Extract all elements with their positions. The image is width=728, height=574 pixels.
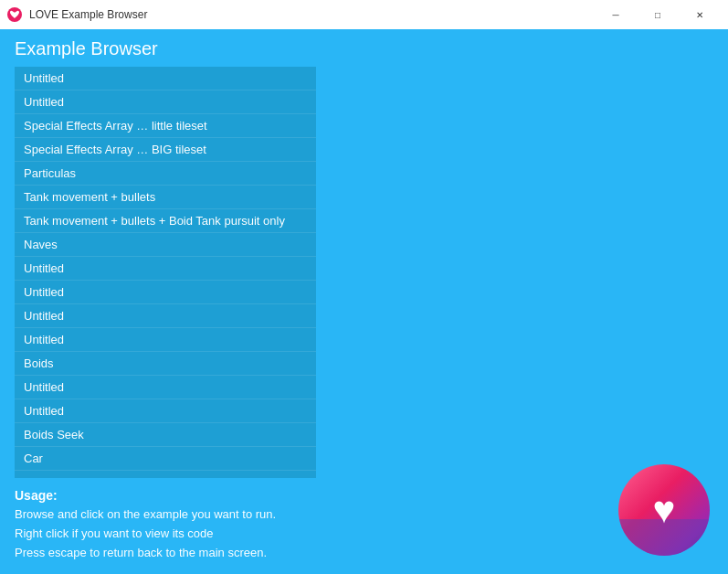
list-item[interactable]: Naves <box>15 233 316 257</box>
list-item[interactable]: Untitled <box>15 67 316 90</box>
list-item[interactable]: Untitled <box>15 328 316 352</box>
list-item[interactable]: Special Effects Array … little tileset <box>15 114 316 138</box>
list-item[interactable]: Boids Seek <box>15 423 316 447</box>
maximize-button[interactable]: □ <box>637 0 679 29</box>
example-list[interactable]: UntitledUntitledSpecial Effects Array … … <box>15 67 316 478</box>
usage-section: Usage: Browse and click on the example y… <box>15 485 713 563</box>
page-title: Example Browser <box>15 38 713 59</box>
titlebar-left: LOVE Example Browser <box>7 7 147 22</box>
heart-icon: ♥ <box>653 491 676 529</box>
usage-line2: Right click if you want to view its code <box>15 525 713 544</box>
list-item[interactable]: Untitled <box>15 376 316 399</box>
list-item[interactable]: Boids <box>15 352 316 376</box>
list-item[interactable]: Tank movement + bullets + Boid Tank purs… <box>15 209 316 233</box>
love-icon <box>7 7 22 22</box>
titlebar-title: LOVE Example Browser <box>29 8 147 21</box>
love-logo: ♥ <box>618 464 710 556</box>
minimize-button[interactable]: ─ <box>595 0 637 29</box>
list-item[interactable]: Tank movement + bullets <box>15 186 316 209</box>
list-item[interactable]: Special Effects Array … BIG tileset <box>15 138 316 162</box>
list-item[interactable]: Particulas <box>15 162 316 186</box>
list-item[interactable]: Car Pursuit by Boid <box>15 471 316 478</box>
list-item[interactable]: Untitled <box>15 304 316 328</box>
usage-title: Usage: <box>15 485 713 505</box>
list-item[interactable]: Untitled <box>15 257 316 281</box>
list-item[interactable]: Untitled <box>15 281 316 304</box>
list-item[interactable]: Untitled <box>15 90 316 114</box>
titlebar: LOVE Example Browser ─ □ ✕ <box>0 0 728 29</box>
close-button[interactable]: ✕ <box>679 0 721 29</box>
usage-line3: Press escape to return back to the main … <box>15 544 713 563</box>
titlebar-controls: ─ □ ✕ <box>595 0 721 29</box>
list-item[interactable]: Car <box>15 447 316 471</box>
usage-line1: Browse and click on the example you want… <box>15 505 713 525</box>
list-item[interactable]: Untitled <box>15 399 316 423</box>
